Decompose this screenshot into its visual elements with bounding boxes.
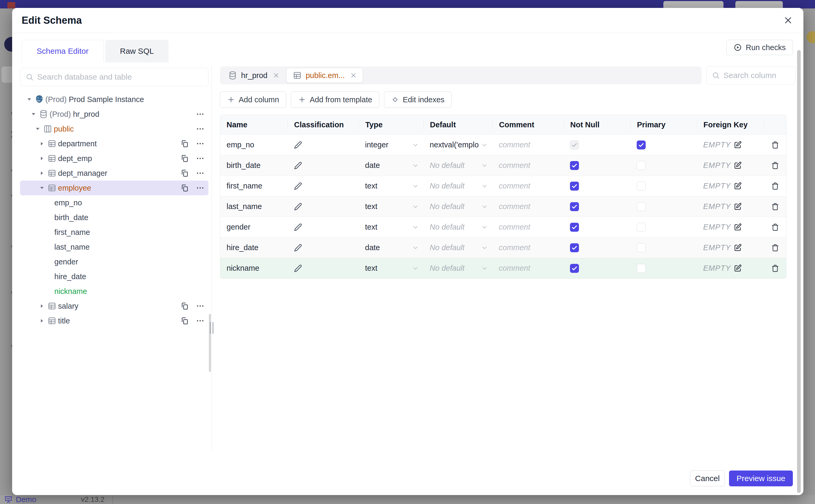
primary-checkbox[interactable] <box>630 264 697 273</box>
tab-schema-editor[interactable]: Schema Editor <box>22 40 104 62</box>
caret-right-icon[interactable] <box>38 318 46 324</box>
caret-down-icon[interactable] <box>38 185 46 191</box>
copy-icon[interactable] <box>180 317 189 325</box>
more-icon[interactable] <box>196 183 205 192</box>
caret-right-icon[interactable] <box>38 303 46 309</box>
comment-input[interactable]: comment <box>493 182 564 190</box>
trash-icon[interactable] <box>771 244 779 252</box>
comment-input[interactable]: comment <box>493 223 564 231</box>
modal-scrollbar[interactable] <box>797 50 801 493</box>
tree-item-salary[interactable]: salary <box>20 299 208 313</box>
tree-item-title[interactable]: title <box>20 313 208 328</box>
close-icon[interactable] <box>782 14 794 26</box>
caret-right-icon[interactable] <box>38 140 46 147</box>
trash-icon[interactable] <box>771 264 779 273</box>
not-null-checkbox[interactable] <box>564 264 630 273</box>
checkbox[interactable] <box>570 182 579 191</box>
caret-right-icon[interactable] <box>38 170 46 176</box>
caret-right-icon[interactable] <box>38 155 46 162</box>
trash-icon[interactable] <box>771 223 779 231</box>
column-name[interactable]: last_name <box>220 202 287 211</box>
editor-tab-hr_prod[interactable]: hr_prod <box>222 68 285 83</box>
type-select[interactable]: date <box>359 161 423 170</box>
pencil-icon[interactable] <box>294 141 302 149</box>
trash-icon[interactable] <box>771 182 779 190</box>
tree-item-emp_no[interactable]: emp_no <box>20 195 208 210</box>
trash-icon[interactable] <box>771 141 779 149</box>
primary-checkbox[interactable] <box>630 202 697 211</box>
more-icon[interactable] <box>196 110 205 119</box>
caret-down-icon[interactable] <box>25 96 33 103</box>
caret-down-icon[interactable] <box>34 126 42 132</box>
trash-icon[interactable] <box>771 161 779 170</box>
comment-input[interactable]: comment <box>493 264 564 273</box>
tree-item-last_name[interactable]: last_name <box>20 240 208 254</box>
comment-input[interactable]: comment <box>493 140 564 149</box>
pencil-icon[interactable] <box>294 264 302 273</box>
type-select[interactable]: integer <box>359 140 423 149</box>
checkbox[interactable] <box>637 264 646 273</box>
tree-item-public[interactable]: public <box>20 122 208 136</box>
edit-indexes-button[interactable]: Edit indexes <box>384 91 452 108</box>
column-name[interactable]: hire_date <box>220 243 287 252</box>
column-name[interactable]: emp_no <box>220 140 287 149</box>
edit-icon[interactable] <box>734 182 742 190</box>
column-search-input[interactable] <box>724 71 790 80</box>
edit-icon[interactable] <box>734 161 742 170</box>
column-name[interactable]: gender <box>220 223 287 231</box>
edit-icon[interactable] <box>734 223 742 231</box>
pencil-icon[interactable] <box>294 202 302 211</box>
tree-item-department[interactable]: department <box>20 136 208 151</box>
copy-icon[interactable] <box>180 139 189 148</box>
copy-icon[interactable] <box>180 184 189 192</box>
tree-search-input[interactable] <box>37 72 203 81</box>
tree-item-prod-sample-instance[interactable]: (Prod) Prod Sample Instance <box>20 92 208 107</box>
cancel-button[interactable]: Cancel <box>690 471 725 486</box>
checkbox[interactable] <box>637 202 646 211</box>
not-null-checkbox[interactable] <box>564 182 630 191</box>
default-select[interactable]: No default <box>423 223 493 231</box>
more-icon[interactable] <box>196 154 205 163</box>
copy-icon[interactable] <box>180 154 189 163</box>
tree-item-dept_manager[interactable]: dept_manager <box>20 166 208 181</box>
primary-checkbox[interactable] <box>630 243 697 252</box>
type-select[interactable]: text <box>359 223 423 231</box>
more-icon[interactable] <box>196 169 205 178</box>
more-icon[interactable] <box>196 316 205 325</box>
tree-item-employee[interactable]: employee <box>20 181 208 195</box>
checkbox[interactable] <box>570 264 579 273</box>
pencil-icon[interactable] <box>294 161 302 170</box>
tree-item-birth_date[interactable]: birth_date <box>20 210 208 225</box>
edit-icon[interactable] <box>734 264 742 273</box>
trash-icon[interactable] <box>771 202 779 211</box>
primary-checkbox[interactable] <box>630 223 697 232</box>
pencil-icon[interactable] <box>294 182 302 190</box>
tree-item-hr_prod[interactable]: (Prod) hr_prod <box>20 107 208 122</box>
type-select[interactable]: text <box>359 264 423 273</box>
primary-checkbox[interactable] <box>630 182 697 191</box>
primary-checkbox[interactable] <box>630 140 697 149</box>
copy-icon[interactable] <box>180 302 189 310</box>
checkbox[interactable] <box>637 243 646 252</box>
tree-item-hire_date[interactable]: hire_date <box>20 269 208 284</box>
column-name[interactable]: nickname <box>220 264 287 273</box>
tree-item-nickname[interactable]: nickname <box>20 284 208 299</box>
default-select[interactable]: nextval('employ <box>423 140 493 149</box>
default-select[interactable]: No default <box>423 182 493 190</box>
copy-icon[interactable] <box>180 169 189 177</box>
not-null-checkbox[interactable] <box>564 161 630 170</box>
type-select[interactable]: date <box>359 243 423 252</box>
checkbox[interactable] <box>570 202 579 211</box>
default-select[interactable]: No default <box>423 161 493 170</box>
checkbox[interactable] <box>637 182 646 191</box>
default-select[interactable]: No default <box>423 264 493 273</box>
checkbox[interactable] <box>570 161 579 170</box>
panel-resize-handle[interactable] <box>210 322 213 334</box>
editor-tab-public-em-[interactable]: public.em... <box>286 68 363 83</box>
edit-icon[interactable] <box>734 244 742 252</box>
checkbox[interactable] <box>570 243 579 252</box>
not-null-checkbox[interactable] <box>564 223 630 232</box>
caret-down-icon[interactable] <box>30 111 37 117</box>
more-icon[interactable] <box>196 302 205 311</box>
not-null-checkbox[interactable] <box>564 202 630 211</box>
